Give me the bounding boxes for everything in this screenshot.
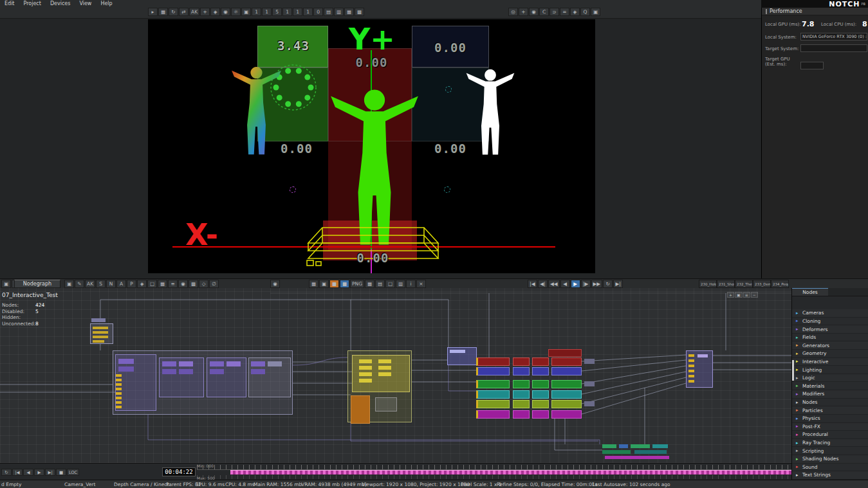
node-block[interactable]	[251, 369, 265, 374]
node-block[interactable]	[513, 357, 530, 366]
menu-view[interactable]: View	[75, 1, 96, 6]
node-block[interactable]	[476, 400, 510, 408]
camera-tool-icon-3[interactable]: C	[539, 8, 549, 16]
timeline-button-6[interactable]: LOC	[67, 469, 79, 476]
transport-icon-3[interactable]: ◀	[560, 280, 570, 288]
node-block[interactable]	[513, 410, 530, 419]
node-block[interactable]	[532, 390, 549, 399]
node-block[interactable]	[118, 359, 134, 364]
camera-tool-icon-5[interactable]: =	[560, 8, 569, 16]
target-system-field[interactable]	[800, 44, 867, 52]
layer-tab-4[interactable]: 234_PeopleFloat	[771, 280, 789, 288]
node-block[interactable]	[631, 444, 650, 448]
nodes-category-interactive[interactable]: ▸Interactive	[792, 358, 868, 366]
node-block[interactable]	[116, 401, 122, 404]
node-block[interactable]	[210, 361, 224, 366]
viewport-tool-icon-5[interactable]: +	[200, 8, 210, 16]
viewport-tool-icon-12[interactable]: 5	[272, 8, 282, 16]
timeline-button-2[interactable]: ◀	[23, 469, 33, 476]
nodes-category-logic[interactable]: ▸Logic	[792, 374, 868, 383]
render-tool-icon-6[interactable]: ▤	[375, 280, 385, 288]
node-block[interactable]	[450, 350, 465, 353]
viewport-tool-icon-10[interactable]: 1	[252, 8, 261, 16]
node-block[interactable]	[378, 366, 391, 370]
viewport-tool-icon-4[interactable]: AK	[189, 8, 199, 16]
node-block[interactable]	[548, 349, 582, 357]
node-block[interactable]	[688, 359, 694, 362]
menu-project[interactable]: Project	[19, 1, 46, 6]
render-tool-icon-1[interactable]: ▣	[319, 280, 329, 288]
nodes-category-procedural[interactable]: ▸Procedural	[792, 431, 868, 439]
performance-panel-title[interactable]: Performance	[762, 8, 868, 15]
transport-icon-5[interactable]: |▶	[581, 280, 591, 288]
timeline-clip-bar[interactable]	[230, 470, 791, 474]
node-block[interactable]	[476, 357, 510, 366]
viewport-tool-icon-19[interactable]: ▦	[344, 8, 354, 16]
node-block[interactable]	[551, 390, 582, 399]
nodegraph-tool-icon-4[interactable]: N	[106, 280, 116, 288]
node-block[interactable]	[551, 357, 582, 366]
nodegraph-tool-icon-1[interactable]: ✎	[75, 280, 84, 288]
nodegraph-canvas[interactable]: 07_Interactive_Test Nodes:424Disabled:5H…	[0, 288, 791, 463]
node-block[interactable]	[378, 372, 391, 376]
tab-nodes[interactable]: Nodes	[792, 288, 828, 296]
node-block[interactable]	[93, 340, 104, 343]
nodes-category-cameras[interactable]: ▸Cameras	[792, 309, 868, 318]
transport-icon-7[interactable]: ↻	[603, 280, 613, 288]
render-tool-icon-7[interactable]: □	[385, 280, 395, 288]
menu-devices[interactable]: Devices	[46, 1, 75, 6]
node-block[interactable]	[179, 361, 193, 366]
node-block[interactable]	[476, 410, 510, 419]
transport-icon-4[interactable]: ▶	[571, 280, 580, 288]
node-block[interactable]	[513, 380, 530, 388]
node-block[interactable]	[116, 406, 122, 408]
nodes-panel-scrollbar[interactable]	[792, 360, 794, 381]
viewport-tool-icon-20[interactable]: ▩	[355, 8, 364, 16]
viewport-tool-icon-9[interactable]: ▣	[241, 8, 251, 16]
canvas-nav-icon-2[interactable]: ≡	[743, 292, 750, 298]
node-block[interactable]	[513, 400, 530, 408]
viewport-tool-icon-15[interactable]: 1	[303, 8, 313, 16]
nodes-category-lighting[interactable]: ▸Lighting	[792, 366, 868, 374]
node-block[interactable]	[91, 318, 106, 322]
timeline-button-5[interactable]: ■	[56, 469, 66, 476]
viewport-tool-icon-8[interactable]: ☼	[231, 8, 241, 16]
render-tool-icon-9[interactable]: i	[406, 280, 416, 288]
nodes-category-nodes[interactable]: ▸Nodes	[792, 399, 868, 407]
viewport-tool-icon-7[interactable]: ◉	[221, 8, 230, 16]
render-tool-icon-0[interactable]: ▦	[309, 280, 319, 288]
camera-tool-icon-7[interactable]: Q	[580, 8, 590, 16]
canvas-nav-icon-0[interactable]: +	[727, 292, 734, 298]
nodegraph-tool-icon-14[interactable]: ∅	[209, 280, 219, 288]
timeline-button-4[interactable]: ▶|	[45, 469, 55, 476]
render-tool-icon-8[interactable]: ▥	[396, 280, 405, 288]
node-block[interactable]	[116, 397, 122, 399]
canvas-nav-icon-1[interactable]: ▣	[735, 292, 743, 298]
node-block[interactable]	[688, 354, 694, 357]
nodegraph-tool-icon-13[interactable]: ◇	[199, 280, 208, 288]
camera-tool-icon-2[interactable]: ◉	[529, 8, 539, 16]
nodes-category-scripting[interactable]: ▸Scripting	[792, 447, 868, 455]
transport-icon-1[interactable]: ◀|	[538, 280, 548, 288]
node-block[interactable]	[116, 392, 122, 395]
node-block[interactable]	[375, 397, 397, 411]
node-block[interactable]	[116, 374, 122, 377]
nodegraph-tool-icon-12[interactable]: ▩	[189, 280, 198, 288]
nodegraph-tool-icon-11[interactable]: ◉	[178, 280, 188, 288]
node-block[interactable]	[551, 400, 582, 408]
node-block[interactable]	[584, 381, 595, 386]
camera-tool-icon-6[interactable]: ◈	[570, 8, 580, 16]
node-block[interactable]	[605, 456, 669, 459]
node-block[interactable]	[688, 365, 694, 367]
nodes-category-ray-tracing[interactable]: ▸Ray Tracing	[792, 439, 868, 447]
nodes-category-text-strings[interactable]: ▸Text Strings	[792, 471, 868, 480]
node-block[interactable]	[359, 372, 372, 376]
node-block[interactable]	[116, 379, 122, 381]
node-block[interactable]	[584, 359, 595, 364]
node-block[interactable]	[359, 359, 372, 363]
node-block[interactable]	[688, 375, 694, 377]
node-block[interactable]	[513, 390, 530, 399]
node-block[interactable]	[634, 450, 667, 454]
nodegraph-tool-icon-9[interactable]: ▦	[158, 280, 167, 288]
nodegraph-tool-icon-8[interactable]: □	[147, 280, 157, 288]
